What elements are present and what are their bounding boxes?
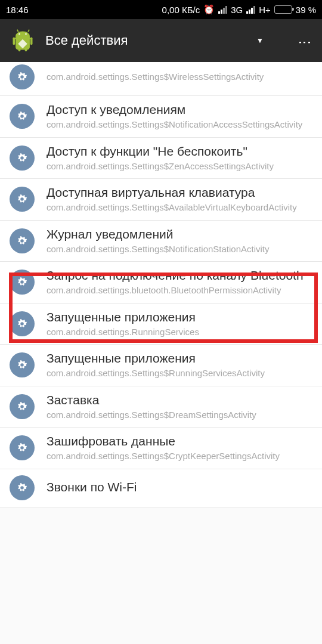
- item-title: Зашифровать данные: [47, 434, 312, 449]
- gear-icon: [10, 187, 35, 212]
- signal-icon: [218, 5, 227, 14]
- alarm-icon: ⏰: [203, 4, 215, 15]
- item-text: Журнал уведомленийcom.android.settings.S…: [47, 227, 312, 256]
- item-text: Доступ к функции "Не беспокоить"com.andr…: [47, 144, 312, 173]
- item-subtitle: com.android.settings.Settings$DreamSetti…: [47, 409, 312, 421]
- gear-icon: [10, 311, 35, 336]
- list-item[interactable]: Зашифровать данныеcom.android.settings.S…: [0, 428, 322, 469]
- activities-list[interactable]: com.android.settings.Settings$WirelessSe…: [0, 62, 322, 507]
- item-text: Заставкаcom.android.settings.Settings$Dr…: [47, 392, 312, 422]
- app-bar: Все действия ▼ ⋮: [0, 19, 322, 62]
- signal-icon: [246, 5, 255, 14]
- item-title: Доступная виртуальная клавиатура: [47, 185, 312, 200]
- status-right: 0,00 КБ/с ⏰ 3G H+ 39 %: [162, 4, 316, 15]
- item-text: Звонки по Wi-Fi: [47, 479, 312, 496]
- list-item[interactable]: Запрос на подключение по каналу Bluetoot…: [0, 262, 322, 304]
- svg-rect-2: [30, 38, 33, 45]
- item-title: Запущенные приложения: [47, 309, 312, 325]
- item-title: Доступ к уведомлениям: [47, 102, 312, 117]
- svg-rect-4: [25, 47, 27, 51]
- item-title: Доступ к функции "Не беспокоить": [47, 144, 312, 159]
- network-2: H+: [259, 5, 271, 15]
- android-robot-icon: [10, 27, 36, 54]
- list-item[interactable]: Запущенные приложенияcom.android.setting…: [0, 304, 322, 345]
- status-time: 18:46: [6, 5, 29, 15]
- app-title-dropdown[interactable]: Все действия: [45, 33, 247, 48]
- item-text: Запущенные приложенияcom.android.setting…: [47, 351, 312, 380]
- status-bar: 18:46 0,00 КБ/с ⏰ 3G H+ 39 %: [0, 0, 322, 19]
- item-text: Запрос на подключение по каналу Bluetoot…: [47, 268, 312, 297]
- gear-icon: [10, 228, 35, 253]
- gear-icon: [10, 104, 35, 129]
- list-item[interactable]: Доступ к уведомлениямcom.android.setting…: [0, 96, 322, 138]
- list-item[interactable]: Журнал уведомленийcom.android.settings.S…: [0, 221, 322, 262]
- item-text: Доступ к уведомлениямcom.android.setting…: [47, 102, 312, 131]
- svg-rect-1: [13, 38, 16, 45]
- item-subtitle: com.android.settings.Settings$ZenAccessS…: [47, 160, 312, 172]
- item-subtitle: com.android.settings.bluetooth.Bluetooth…: [47, 284, 312, 296]
- item-text: Доступная виртуальная клавиатураcom.andr…: [47, 185, 312, 214]
- item-subtitle: com.android.settings.Settings$RunningSer…: [47, 367, 312, 379]
- item-text: Запущенные приложенияcom.android.setting…: [47, 309, 312, 339]
- item-title: Журнал уведомлений: [47, 227, 312, 242]
- gear-icon: [10, 64, 35, 89]
- item-title: Заставка: [47, 392, 312, 408]
- item-subtitle: com.android.settings.Settings$CryptKeepe…: [47, 450, 312, 462]
- gear-icon: [10, 352, 35, 377]
- list-item[interactable]: Доступ к функции "Не беспокоить"com.andr…: [0, 138, 322, 179]
- list-item[interactable]: com.android.settings.Settings$WirelessSe…: [0, 62, 322, 96]
- item-subtitle: com.android.settings.Settings$AvailableV…: [47, 202, 312, 213]
- item-subtitle: com.android.settings.Settings$WirelessSe…: [47, 71, 312, 83]
- network-1: 3G: [231, 5, 243, 15]
- gear-icon: [10, 270, 35, 295]
- overflow-menu-icon[interactable]: ⋮: [297, 36, 312, 46]
- gear-icon: [10, 394, 35, 419]
- gear-icon: [10, 475, 35, 500]
- item-title: Запрос на подключение по каналу Bluetoot…: [47, 268, 312, 283]
- gear-icon: [10, 435, 35, 460]
- battery-icon: [274, 5, 292, 14]
- battery-level: 39 %: [296, 5, 316, 15]
- svg-point-6: [25, 33, 27, 35]
- list-item[interactable]: Заставкаcom.android.settings.Settings$Dr…: [0, 386, 322, 428]
- list-item[interactable]: Запущенные приложенияcom.android.setting…: [0, 345, 322, 386]
- item-subtitle: com.android.settings.Settings$Notificati…: [47, 119, 312, 131]
- data-rate: 0,00 КБ/с: [162, 5, 200, 15]
- item-subtitle: com.android.settings.Settings$Notificati…: [47, 243, 312, 255]
- svg-point-5: [18, 33, 20, 35]
- list-item[interactable]: Доступная виртуальная клавиатураcom.andr…: [0, 179, 322, 221]
- dropdown-arrow-icon[interactable]: ▼: [256, 36, 264, 45]
- list-item[interactable]: Звонки по Wi-Fi: [0, 469, 322, 507]
- gear-icon: [10, 145, 35, 171]
- item-text: com.android.settings.Settings$WirelessSe…: [47, 71, 312, 83]
- item-title: Запущенные приложения: [47, 351, 312, 366]
- item-title: Звонки по Wi-Fi: [47, 479, 312, 495]
- item-text: Зашифровать данныеcom.android.settings.S…: [47, 434, 312, 463]
- item-subtitle: com.android.settings.RunningServices: [47, 326, 312, 338]
- svg-rect-3: [18, 47, 21, 51]
